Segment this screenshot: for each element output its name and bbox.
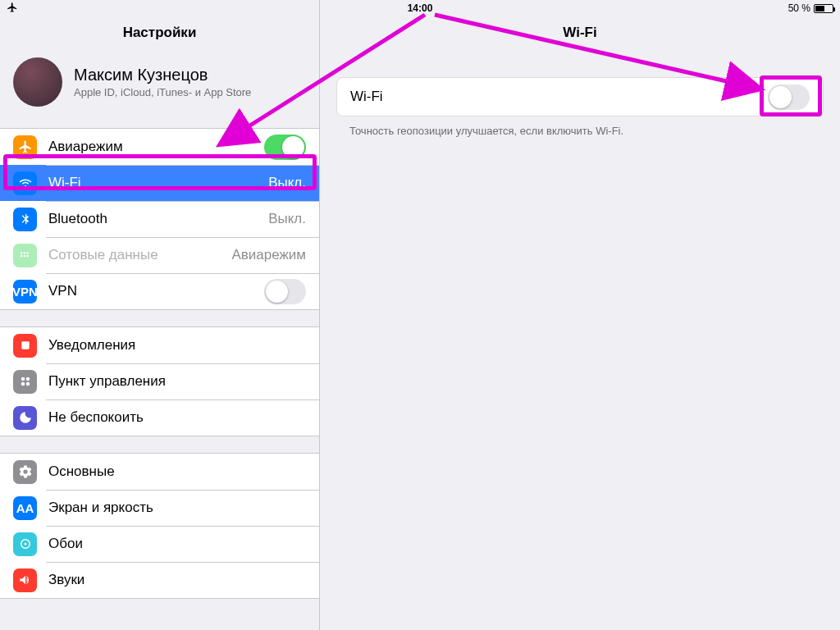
vpn-icon: VPN [13, 280, 37, 304]
svg-rect-0 [21, 341, 30, 350]
row-dnd[interactable]: Не беспокоить [0, 399, 319, 436]
vpn-label: VPN [48, 283, 264, 299]
bluetooth-icon [13, 208, 37, 231]
wallpaper-label: Обои [48, 536, 306, 552]
svg-point-4 [21, 382, 25, 386]
control-center-label: Пункт управления [48, 373, 306, 390]
detail-footer: Точность геопозиции улучшается, если вкл… [320, 116, 840, 145]
battery-icon [814, 4, 833, 13]
row-display[interactable]: AA Экран и яркость [0, 490, 319, 526]
battery-percent: 50 % [788, 2, 810, 14]
annotation-highlight-wifi-toggle [760, 75, 822, 116]
settings-sidebar: Настройки Максим Кузнецов Apple ID, iClo… [0, 0, 320, 630]
airplane-label: Авиарежим [48, 139, 264, 155]
sound-icon [13, 568, 37, 592]
profile-name: Максим Кузнецов [74, 66, 251, 84]
row-vpn[interactable]: VPN VPN [0, 273, 319, 309]
wallpaper-icon [13, 532, 37, 556]
svg-point-3 [25, 377, 30, 381]
notifications-icon [13, 334, 37, 358]
avatar [13, 57, 62, 107]
bluetooth-label: Bluetooth [48, 211, 268, 227]
display-label: Экран и яркость [48, 500, 306, 516]
status-time: 14:00 [105, 2, 735, 14]
display-icon: AA [13, 496, 37, 520]
row-control-center[interactable]: Пункт управления [0, 363, 319, 399]
svg-point-2 [21, 377, 25, 381]
row-cellular[interactable]: Сотовые данные Авиарежим [0, 237, 319, 273]
general-icon [13, 460, 37, 484]
svg-point-7 [24, 543, 26, 546]
general-label: Основные [48, 463, 306, 480]
profile-row[interactable]: Максим Кузнецов Apple ID, iCloud, iTunes… [0, 52, 319, 120]
dnd-label: Не беспокоить [48, 409, 306, 426]
detail-wifi-row[interactable]: Wi-Fi [337, 78, 823, 116]
airplane-status-icon [7, 4, 18, 16]
row-bluetooth[interactable]: Bluetooth Выкл. [0, 201, 319, 237]
sound-label: Звуки [48, 572, 306, 588]
notifications-label: Уведомления [48, 337, 306, 354]
annotation-highlight-wifi-row [3, 154, 317, 190]
status-bar: 14:00 50 % [0, 0, 840, 16]
cellular-icon [13, 244, 37, 267]
dnd-icon [13, 406, 37, 430]
cellular-label: Сотовые данные [48, 247, 231, 263]
row-general[interactable]: Основные [0, 454, 319, 490]
bluetooth-value: Выкл. [268, 211, 306, 227]
row-wallpaper[interactable]: Обои [0, 526, 319, 562]
row-notifications[interactable]: Уведомления [0, 327, 319, 363]
profile-sub: Apple ID, iCloud, iTunes- и App Store [74, 86, 251, 98]
control-center-icon [13, 370, 37, 394]
vpn-toggle[interactable] [264, 279, 306, 304]
row-sound[interactable]: Звуки [0, 562, 319, 598]
detail-wifi-label: Wi-Fi [350, 89, 768, 105]
cellular-value: Авиарежим [231, 247, 306, 263]
svg-point-5 [25, 382, 30, 386]
